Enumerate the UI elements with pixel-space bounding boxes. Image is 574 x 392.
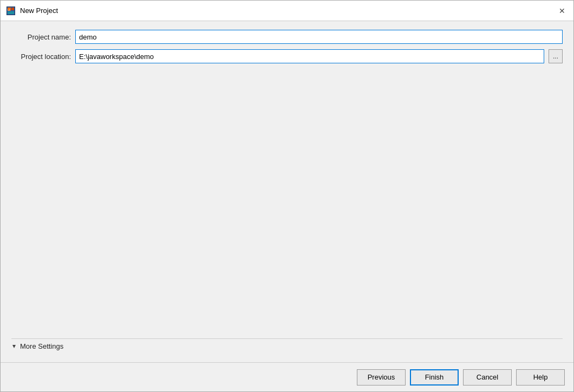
help-button[interactable]: Help	[516, 369, 565, 386]
title-bar: IJ New Project ✕	[1, 1, 573, 21]
dialog-title: New Project	[20, 6, 58, 15]
close-button[interactable]: ✕	[556, 5, 568, 17]
svg-rect-3	[11, 8, 14, 10]
content-area	[11, 69, 563, 333]
svg-rect-4	[8, 11, 14, 14]
project-name-input[interactable]	[75, 30, 563, 44]
browse-button[interactable]: ...	[549, 49, 563, 63]
project-location-label: Project location:	[11, 53, 71, 61]
more-settings-row[interactable]: More Settings	[11, 338, 563, 354]
project-location-input[interactable]	[75, 49, 544, 63]
finish-button[interactable]: Finish	[410, 369, 459, 386]
dialog-body: Project name: Project location: ... More…	[1, 21, 573, 362]
dialog-footer: Previous Finish Cancel Help	[1, 362, 573, 391]
expand-icon	[11, 344, 17, 349]
new-project-dialog: IJ New Project ✕ Project name: Project l…	[0, 0, 574, 392]
cancel-button[interactable]: Cancel	[463, 369, 512, 386]
previous-button[interactable]: Previous	[357, 369, 406, 386]
svg-text:IJ: IJ	[8, 8, 10, 11]
project-name-label: Project name:	[11, 33, 71, 41]
project-location-row: Project location: ...	[11, 49, 563, 63]
svg-marker-6	[12, 345, 16, 348]
project-name-row: Project name:	[11, 30, 563, 44]
app-icon: IJ	[6, 6, 16, 16]
more-settings-label: More Settings	[20, 342, 63, 350]
title-bar-left: IJ New Project	[6, 6, 58, 16]
